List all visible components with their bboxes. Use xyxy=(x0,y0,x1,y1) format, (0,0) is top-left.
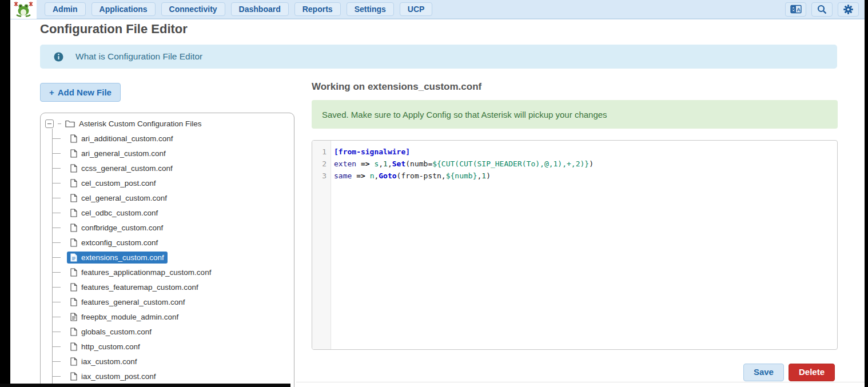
file-name: iax_custom_post.conf xyxy=(81,372,156,381)
file-tree-panel: Asterisk Custom Configuration Files ari_… xyxy=(40,113,294,387)
file-icon xyxy=(70,283,77,292)
tree-file-item[interactable]: confbridge_custom.conf xyxy=(41,220,294,235)
file-name: features_general_custom.conf xyxy=(81,298,185,306)
file-tree-children: ari_additional_custom.confari_general_cu… xyxy=(41,131,294,387)
file-name: globals_custom.conf xyxy=(81,328,152,336)
page-bottom-divider xyxy=(296,382,865,382)
code-text: same => n,Goto(from-pstn,${numb},1) xyxy=(331,170,491,182)
code-editor[interactable]: 1[from-signalwire]2exten => s,1,Set(numb… xyxy=(312,140,838,350)
tree-root-label: Asterisk Custom Configuration Files xyxy=(79,119,202,128)
folder-icon xyxy=(65,119,75,127)
file-icon xyxy=(70,298,77,306)
tree-file-item[interactable]: extensions_custom.conf xyxy=(41,250,294,265)
file-icon xyxy=(70,268,77,277)
file-name: ari_additional_custom.conf xyxy=(81,134,173,143)
add-new-file-label: Add New File xyxy=(58,87,112,97)
tree-file-item[interactable]: http_custom.conf xyxy=(41,339,294,354)
file-name: cel_general_custom.conf xyxy=(81,194,167,202)
file-name: extensions_custom.conf xyxy=(81,253,164,262)
working-on-heading: Working on extensions_custom.conf xyxy=(312,81,481,93)
frog-logo-icon xyxy=(13,1,34,17)
tree-file-item[interactable]: cel_general_custom.conf xyxy=(41,190,294,205)
settings-button[interactable] xyxy=(838,2,859,17)
file-name: features_applicationmap_custom.conf xyxy=(81,268,211,277)
editor-workspace: Working on extensions_custom.conf Saved.… xyxy=(312,0,838,387)
nav-tab-admin[interactable]: Admin xyxy=(45,2,86,16)
plus-icon: + xyxy=(49,87,54,97)
line-number: 3 xyxy=(312,170,331,182)
file-name: freepbx_module_admin.conf xyxy=(81,313,178,321)
info-banner-text: What is Configuration File Editor xyxy=(75,51,202,62)
tree-file-item[interactable]: cel_odbc_custom.conf xyxy=(41,205,294,220)
saved-alert: Saved. Make sure to Apply Config so that… xyxy=(312,100,838,129)
file-icon xyxy=(70,253,77,262)
tree-file-item[interactable]: features_featuremap_custom.conf xyxy=(41,280,294,294)
file-name: cel_odbc_custom.conf xyxy=(81,209,158,217)
add-new-file-button[interactable]: + Add New File xyxy=(40,83,121,102)
tree-file-item[interactable]: iax_custom.conf xyxy=(41,354,294,369)
delete-button[interactable]: Delete xyxy=(789,364,835,381)
file-name: confbridge_custom.conf xyxy=(81,224,163,232)
tree-file-item[interactable]: cel_custom_post.conf xyxy=(41,175,294,190)
nav-tab-applications[interactable]: Applications xyxy=(91,2,156,16)
file-name: iax_custom.conf xyxy=(81,357,137,366)
tree-root-node[interactable]: Asterisk Custom Configuration Files xyxy=(45,118,294,129)
file-name: http_custom.conf xyxy=(81,342,140,351)
tree-file-item[interactable]: extconfig_custom.conf xyxy=(41,235,294,250)
file-icon xyxy=(70,357,77,366)
code-lines: 1[from-signalwire]2exten => s,1,Set(numb… xyxy=(312,141,837,182)
editor-actions: Save Delete xyxy=(312,364,835,381)
saved-alert-text: Saved. Make sure to Apply Config so that… xyxy=(322,110,607,119)
code-line: 3same => n,Goto(from-pstn,${numb},1) xyxy=(312,170,837,182)
file-icon xyxy=(70,238,77,247)
file-icon xyxy=(70,342,77,351)
file-icon xyxy=(70,372,77,381)
screen-edge-bar xyxy=(0,384,290,387)
tree-file-item[interactable]: globals_custom.conf xyxy=(41,324,294,339)
file-icon xyxy=(70,179,77,187)
line-number: 1 xyxy=(312,146,331,158)
file-icon xyxy=(70,164,77,173)
code-text: [from-signalwire] xyxy=(331,146,410,158)
tree-file-item[interactable]: ari_general_custom.conf xyxy=(41,146,294,161)
tree-file-item[interactable]: features_general_custom.conf xyxy=(41,294,294,309)
tree-file-item[interactable]: features_applicationmap_custom.conf xyxy=(41,265,294,280)
save-button[interactable]: Save xyxy=(743,364,784,381)
tree-file-item[interactable]: iax_custom_post.conf xyxy=(41,369,294,384)
file-icon xyxy=(70,194,77,202)
file-icon xyxy=(70,149,77,158)
file-icon xyxy=(70,134,77,143)
tree-collapse-toggle[interactable] xyxy=(45,119,54,128)
tree-file-item[interactable]: ari_additional_custom.conf xyxy=(41,131,294,146)
nav-tab-dashboard[interactable]: Dashboard xyxy=(231,2,289,16)
code-line: 1[from-signalwire] xyxy=(312,146,837,158)
app-window: AdminApplicationsConnectivityDashboardRe… xyxy=(10,0,865,387)
code-text: exten => s,1,Set(numb=${CUT(CUT(SIP_HEAD… xyxy=(331,158,594,170)
gear-icon xyxy=(843,4,854,15)
tree-file-item[interactable]: freepbx_module_admin.conf xyxy=(41,309,294,324)
line-number: 2 xyxy=(312,158,331,170)
file-name: features_featuremap_custom.conf xyxy=(81,283,198,292)
file-name: ari_general_custom.conf xyxy=(81,149,166,158)
page-title: Configuration File Editor xyxy=(40,22,188,37)
freepbx-logo[interactable] xyxy=(10,0,37,19)
file-name: extconfig_custom.conf xyxy=(81,238,158,247)
file-icon xyxy=(70,209,77,217)
nav-tab-connectivity[interactable]: Connectivity xyxy=(161,2,225,16)
tree-file-item[interactable]: ccss_general_custom.conf xyxy=(41,161,294,175)
file-icon xyxy=(70,224,77,232)
file-icon xyxy=(70,328,77,336)
info-icon xyxy=(54,52,63,62)
tree-connector xyxy=(58,123,61,124)
file-name: cel_custom_post.conf xyxy=(81,179,156,187)
file-icon xyxy=(70,313,77,321)
code-line: 2exten => s,1,Set(numb=${CUT(CUT(SIP_HEA… xyxy=(312,158,837,170)
file-name: ccss_general_custom.conf xyxy=(81,164,173,173)
